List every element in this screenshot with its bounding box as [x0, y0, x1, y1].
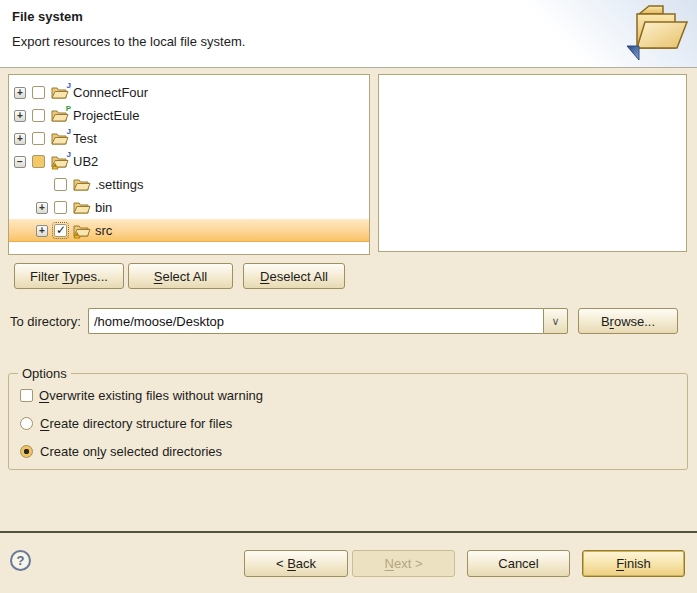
expand-icon[interactable]: + — [14, 110, 26, 122]
tree-item-label: src — [95, 223, 112, 238]
create-only-radio-row[interactable]: Create only selected directories — [20, 444, 222, 459]
to-directory-label: To directory: — [10, 314, 81, 329]
collapse-icon[interactable]: − — [14, 156, 26, 168]
folder-icon: J — [51, 131, 70, 147]
tree-item-label: Test — [73, 131, 97, 146]
options-group-title: Options — [18, 366, 71, 381]
item-checkbox[interactable] — [32, 109, 45, 122]
tree-item-test[interactable]: + JTest — [9, 127, 369, 150]
filter-types-button[interactable]: Filter Types... — [14, 263, 124, 289]
tree-item-label: UB2 — [73, 154, 98, 169]
help-button[interactable]: ? — [10, 550, 31, 571]
browse-button[interactable]: Browse... — [578, 308, 678, 334]
create-structure-label: Create directory structure for files — [40, 416, 232, 431]
folder-icon — [73, 200, 92, 216]
create-structure-radio-row[interactable]: Create directory structure for files — [20, 416, 232, 431]
banner-separator — [0, 67, 697, 68]
item-checkbox[interactable] — [32, 86, 45, 99]
item-checkbox[interactable] — [32, 132, 45, 145]
tree-item-label: ProjectEule — [73, 108, 139, 123]
tree-item-connectfour[interactable]: + JConnectFour — [9, 81, 369, 104]
tree-item-label: ConnectFour — [73, 85, 148, 100]
finish-button[interactable]: Finish — [582, 550, 685, 577]
overwrite-checkbox-row[interactable]: Overwrite existing files without warning — [20, 388, 263, 403]
footer-separator — [0, 531, 697, 533]
export-wizard-dialog: { "header": { "title": "File system", "s… — [0, 0, 697, 593]
overwrite-label: Overwrite existing files without warning — [39, 388, 263, 403]
item-checkbox[interactable] — [32, 155, 45, 168]
create-structure-radio[interactable] — [20, 417, 33, 430]
tree-item-src[interactable]: + src — [9, 219, 369, 242]
project-decorator-icon: P — [66, 104, 71, 113]
java-decorator-icon: J — [67, 127, 71, 136]
wizard-banner: File system Export resources to the loca… — [0, 0, 697, 67]
item-checkbox[interactable] — [54, 224, 67, 237]
deselect-all-button[interactable]: Deselect All — [243, 263, 345, 289]
create-only-radio[interactable] — [20, 445, 33, 458]
folder-icon: P — [51, 108, 70, 124]
expand-icon[interactable]: + — [36, 225, 48, 237]
cancel-button[interactable]: Cancel — [467, 550, 570, 577]
java-decorator-icon: J — [67, 150, 71, 159]
tree-item-bin[interactable]: + bin — [9, 196, 369, 219]
tree-item-label: bin — [95, 200, 112, 215]
expand-icon[interactable]: + — [36, 202, 48, 214]
item-checkbox[interactable] — [54, 201, 67, 214]
tree-item-projecteule[interactable]: + PProjectEule — [9, 104, 369, 127]
folder-icon — [73, 177, 92, 193]
back-button[interactable]: < Back — [244, 550, 348, 577]
expand-icon[interactable]: + — [14, 133, 26, 145]
folder-icon: J — [51, 154, 70, 170]
file-list-panel[interactable] — [378, 74, 687, 252]
resource-tree: + JConnectFour+ PProjectEule+ JTest− JUB… — [8, 74, 370, 255]
directory-combo: ∨ — [88, 308, 568, 334]
create-only-label: Create only selected directories — [40, 444, 222, 459]
select-all-button[interactable]: Select All — [128, 263, 233, 289]
combo-dropdown-button[interactable]: ∨ — [543, 308, 568, 334]
expand-icon[interactable]: + — [14, 87, 26, 99]
directory-input[interactable] — [88, 308, 543, 334]
overwrite-checkbox[interactable] — [20, 389, 33, 402]
tree-item-label: .settings — [95, 177, 143, 192]
tree-item-ub2[interactable]: − JUB2 — [9, 150, 369, 173]
page-title: File system — [12, 9, 83, 24]
question-mark-icon: ? — [17, 553, 25, 568]
chevron-down-icon: ∨ — [551, 315, 559, 328]
page-subtitle: Export resources to the local file syste… — [12, 34, 245, 49]
next-button[interactable]: Next > — [352, 550, 455, 577]
java-decorator-icon: J — [67, 81, 71, 90]
item-checkbox[interactable] — [54, 178, 67, 191]
export-folder-icon — [625, 2, 689, 64]
folder-icon — [73, 223, 92, 239]
tree-item-settings[interactable]: .settings — [9, 173, 369, 196]
folder-icon: J — [51, 85, 70, 101]
